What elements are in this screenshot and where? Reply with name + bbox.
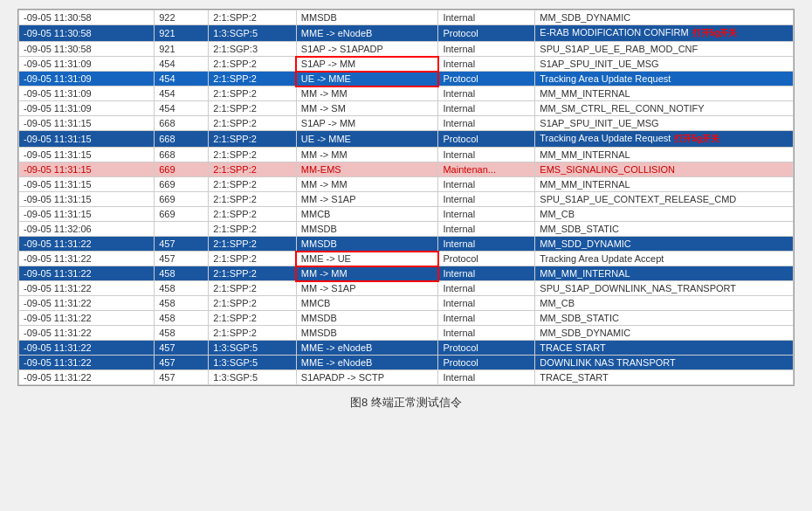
table-cell: S1APADP -> SCTP bbox=[296, 370, 438, 385]
table-cell: 2:1:SPP:2 bbox=[209, 237, 297, 252]
table-cell: 2:1:SPP:2 bbox=[209, 10, 297, 25]
table-cell: 454 bbox=[155, 86, 209, 101]
figure-caption: 图8 终端正常测试信令 bbox=[350, 395, 462, 411]
table-cell: Protocol bbox=[438, 25, 535, 42]
table-row: -09-05 11:31:224572:1:SPP:2MMSDBInternal… bbox=[19, 237, 794, 252]
table-row: -09-05 11:31:224582:1:SPP:2MMSDBInternal… bbox=[19, 326, 794, 341]
table-cell: -09-05 11:31:09 bbox=[19, 86, 155, 101]
table-cell: Tracking Area Update Request bbox=[535, 72, 794, 86]
table-row: -09-05 11:31:224582:1:SPP:2MM -> S1APInt… bbox=[19, 281, 794, 296]
table-cell: MMSDB bbox=[296, 311, 438, 326]
table-cell: 669 bbox=[155, 192, 209, 207]
table-cell: 2:1:SPP:2 bbox=[209, 177, 297, 192]
table-cell: 1:3:SGP:5 bbox=[209, 356, 297, 370]
table-cell: Internal bbox=[438, 86, 535, 101]
table-cell: Internal bbox=[438, 57, 535, 72]
table-cell: -09-05 11:31:15 bbox=[19, 162, 155, 177]
table-cell: MMCB bbox=[296, 207, 438, 222]
table-cell: MME -> UE bbox=[296, 252, 438, 266]
table-cell: MMSDB bbox=[296, 237, 438, 252]
table-cell: Internal bbox=[438, 266, 535, 281]
table-cell: MM_SDB_STATIC bbox=[535, 222, 794, 237]
table-row: -09-05 11:31:156692:1:SPP:2MM-EMSMainten… bbox=[19, 162, 794, 177]
table-cell: UE -> MME bbox=[296, 72, 438, 86]
table-cell: -09-05 11:31:09 bbox=[19, 57, 155, 72]
table-cell: -09-05 11:30:58 bbox=[19, 25, 155, 42]
table-cell: S1AP_SPU_INIT_UE_MSG bbox=[535, 116, 794, 131]
table-row: -09-05 11:30:589211:3:SGP:5MME -> eNodeB… bbox=[19, 25, 794, 42]
table-row: -09-05 11:31:094542:1:SPP:2MM -> MMInter… bbox=[19, 86, 794, 101]
table-cell: -09-05 11:31:15 bbox=[19, 148, 155, 162]
table-row: -09-05 11:31:156692:1:SPP:2MM -> MMInter… bbox=[19, 177, 794, 192]
table-cell: 2:1:SPP:2 bbox=[209, 148, 297, 162]
table-cell: Protocol bbox=[438, 341, 535, 356]
table-cell: 669 bbox=[155, 207, 209, 222]
table-cell: Internal bbox=[438, 237, 535, 252]
table-cell: Internal bbox=[438, 148, 535, 162]
table-cell: 2:1:SPP:2 bbox=[209, 86, 297, 101]
table-cell: 2:1:SGP:3 bbox=[209, 42, 297, 57]
table-cell: -09-05 11:31:15 bbox=[19, 177, 155, 192]
table-cell: UE -> MME bbox=[296, 131, 438, 148]
table-cell: MMSDB bbox=[296, 222, 438, 237]
table-cell: SPU_S1AP_UE_E_RAB_MOD_CNF bbox=[535, 42, 794, 57]
table-cell: 2:1:SPP:2 bbox=[209, 162, 297, 177]
table-cell: Tracking Area Update Request打开5g开关 bbox=[535, 131, 794, 148]
table-row: -09-05 11:31:224571:3:SGP:5MME -> eNodeB… bbox=[19, 356, 794, 370]
table-cell: S1AP -> MM bbox=[296, 57, 438, 72]
table-cell: MM -> S1AP bbox=[296, 192, 438, 207]
table-cell: 1:3:SGP:5 bbox=[209, 341, 297, 356]
table-cell: 457 bbox=[155, 356, 209, 370]
table-cell: 921 bbox=[155, 25, 209, 42]
table-cell: MME -> eNodeB bbox=[296, 356, 438, 370]
table-cell: -09-05 11:30:58 bbox=[19, 42, 155, 57]
table-cell: -09-05 11:31:22 bbox=[19, 341, 155, 356]
table-cell: 458 bbox=[155, 326, 209, 341]
table-cell: -09-05 11:30:58 bbox=[19, 10, 155, 25]
table-row: -09-05 11:32:062:1:SPP:2MMSDBInternalMM_… bbox=[19, 222, 794, 237]
table-cell: Internal bbox=[438, 370, 535, 385]
table-cell: MM -> MM bbox=[296, 177, 438, 192]
table-cell: 458 bbox=[155, 311, 209, 326]
table-cell: MM_MM_INTERNAL bbox=[535, 177, 794, 192]
table-cell: Internal bbox=[438, 10, 535, 25]
table-cell: Internal bbox=[438, 281, 535, 296]
table-row: -09-05 11:31:156682:1:SPP:2MM -> MMInter… bbox=[19, 148, 794, 162]
table-cell: -09-05 11:31:22 bbox=[19, 237, 155, 252]
table-cell: 457 bbox=[155, 237, 209, 252]
table-cell: DOWNLINK NAS TRANSPORT bbox=[535, 356, 794, 370]
table-row: -09-05 11:31:156692:1:SPP:2MM -> S1APInt… bbox=[19, 192, 794, 207]
table-cell: 2:1:SPP:2 bbox=[209, 326, 297, 341]
table-cell: S1AP_SPU_INIT_UE_MSG bbox=[535, 57, 794, 72]
table-cell: Internal bbox=[438, 101, 535, 116]
table-cell: MME -> eNodeB bbox=[296, 341, 438, 356]
table-cell: -09-05 11:31:22 bbox=[19, 356, 155, 370]
table-cell: 1:3:SGP:5 bbox=[209, 370, 297, 385]
table-cell: 668 bbox=[155, 131, 209, 148]
table-cell: MM_MM_INTERNAL bbox=[535, 86, 794, 101]
table-cell: Internal bbox=[438, 42, 535, 57]
table-cell: -09-05 11:31:22 bbox=[19, 296, 155, 311]
table-cell: MM_CB bbox=[535, 296, 794, 311]
table-cell: -09-05 11:31:15 bbox=[19, 192, 155, 207]
table-cell: 454 bbox=[155, 101, 209, 116]
table-cell: 668 bbox=[155, 148, 209, 162]
table-cell: MM_SDB_DYNAMIC bbox=[535, 326, 794, 341]
table-row: -09-05 11:31:224571:3:SGP:5MME -> eNodeB… bbox=[19, 341, 794, 356]
table-cell: Internal bbox=[438, 326, 535, 341]
table-cell: S1AP -> MM bbox=[296, 116, 438, 131]
table-cell: 1:3:SGP:5 bbox=[209, 25, 297, 42]
table-cell: 2:1:SPP:2 bbox=[209, 311, 297, 326]
annotation-text: 打开5g开关 bbox=[692, 28, 738, 38]
table-cell: MM -> MM bbox=[296, 266, 438, 281]
table-cell: 457 bbox=[155, 252, 209, 266]
table-cell: Internal bbox=[438, 116, 535, 131]
table-cell bbox=[155, 222, 209, 237]
table-cell: 457 bbox=[155, 341, 209, 356]
table-cell: 2:1:SPP:2 bbox=[209, 207, 297, 222]
table-cell: Internal bbox=[438, 311, 535, 326]
table-cell: 458 bbox=[155, 296, 209, 311]
table-cell: MM_MM_INTERNAL bbox=[535, 266, 794, 281]
table-cell: MM_SDD_DYNAMIC bbox=[535, 237, 794, 252]
table-cell: Maintenan... bbox=[438, 162, 535, 177]
